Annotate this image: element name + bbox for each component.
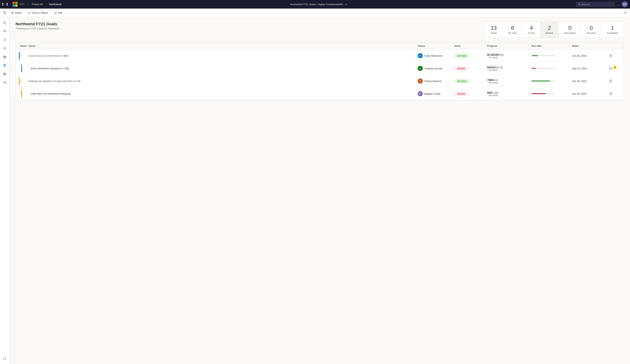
value-target: /1M: [494, 79, 498, 82]
stat-card-behind[interactable]: 2 Behind: [540, 22, 558, 37]
stat-card-completed[interactable]: 1 Completed: [601, 22, 624, 37]
main-content: Northwind FY21 Goals Tracking our FY21 G…: [9, 17, 630, 364]
nav-sep-2: |: [46, 3, 46, 6]
owner-cell: CN Carly Newsome: [418, 53, 453, 58]
svg-rect-31: [610, 67, 612, 70]
apps-grid-icon[interactable]: [2, 3, 10, 5]
top-navigation: DXT | Power BI | Northwind Northwind FY2…: [0, 0, 630, 8]
progress-cell: [532, 55, 570, 56]
sidebar-recents-icon[interactable]: [1, 36, 8, 44]
notes-icon[interactable]: [609, 92, 612, 95]
due-date-cell: Jun 30, 2021: [572, 92, 600, 95]
powerbi-brand: Power BI: [32, 3, 43, 6]
progress-bar-fill: [532, 93, 546, 94]
search-input[interactable]: [582, 3, 613, 6]
user-avatar[interactable]: NW: [622, 1, 628, 7]
table-row[interactable]: 150K MAU for Northwind Enterprise BC Bog…: [16, 87, 624, 100]
table-rows: ▾ Grow revenue for Northwind to $6M CN C…: [16, 49, 624, 100]
status-cell: Behind: [454, 92, 486, 95]
progress-bar-wrap: [532, 68, 555, 69]
stat-cards-row: 13 Goals6 On track4 At risk2 Behind0 Not…: [485, 22, 624, 38]
svg-rect-21: [5, 73, 6, 74]
main-layout: Northwind FY21 Goals Tracking our FY21 G…: [0, 17, 630, 364]
notes-icon[interactable]: [609, 54, 612, 57]
progress-bar-fill: [532, 55, 538, 56]
sidebar-people-icon[interactable]: [1, 79, 8, 86]
sidebar-create-icon[interactable]: [1, 44, 8, 52]
svg-rect-16: [3, 58, 6, 58]
value-main: 92K/150K: [487, 91, 530, 94]
value-main: 780K/1M: [487, 78, 530, 82]
share-button[interactable]: Share: [9, 10, 23, 15]
notes-cell[interactable]: [601, 54, 620, 57]
more-options-button[interactable]: ...: [617, 2, 620, 6]
page-header: Northwind FY21 Goals Tracking our FY21 G…: [16, 22, 624, 38]
row-indicator: [21, 90, 22, 98]
stat-label: Behind: [546, 32, 553, 34]
stat-card-on-track[interactable]: 6 On track: [503, 22, 522, 37]
sidebar-goals-icon[interactable]: [1, 61, 8, 69]
svg-point-0: [578, 3, 580, 5]
value-change: ↑ 0% WoW: [487, 94, 530, 97]
stat-card-not-started[interactable]: 0 Not started: [559, 22, 581, 37]
stat-number: 13: [491, 25, 497, 30]
notes-column-header: Notes: [572, 45, 600, 47]
search-box[interactable]: [576, 2, 615, 7]
owner-name: Carly Newsome: [424, 54, 442, 57]
status-badge: Behind: [454, 66, 468, 71]
notes-icon[interactable]: [609, 79, 612, 83]
stat-card-at-risk[interactable]: 4 At risk: [522, 22, 540, 37]
svg-rect-35: [610, 80, 612, 82]
stat-card-goals[interactable]: 13 Goals: [485, 22, 502, 37]
filter-icon-header[interactable]: Name: [19, 45, 27, 47]
doc-title-chevron[interactable]: ▾: [346, 3, 347, 6]
status-cell: On track: [454, 54, 486, 57]
svg-line-26: [5, 357, 6, 359]
stat-label: On track: [508, 32, 517, 34]
value-cell: $1.601M/$6M ↑ 0% WoW: [487, 53, 530, 59]
chat-teams-button[interactable]: Chat in Teams: [26, 10, 50, 15]
owner-avatar: JL: [418, 66, 423, 71]
value-change: ↑ 0% WoW: [487, 82, 530, 84]
hamburger-menu-icon[interactable]: ☰: [3, 11, 6, 15]
edit-button[interactable]: Edit: [53, 10, 64, 15]
notes-icon[interactable]: [609, 67, 612, 70]
refresh-icon[interactable]: ↻: [624, 11, 627, 14]
expand-btn[interactable]: ▾: [20, 80, 24, 82]
table-row[interactable]: ▾ Grow revenue for Northwind to $6M CN C…: [16, 49, 624, 62]
notes-cell[interactable]: [601, 79, 620, 83]
sidebar-apps-icon[interactable]: [1, 70, 8, 78]
due-date-cell: Sep 11, 2021: [572, 67, 600, 70]
sidebar-external-icon[interactable]: [1, 355, 8, 363]
svg-point-24: [4, 82, 5, 83]
expand-btn[interactable]: ▾: [20, 55, 24, 57]
stat-card-overdue[interactable]: 0 Overdue: [581, 22, 601, 37]
svg-point-19: [4, 65, 5, 66]
duedate-column-header: Due date: [532, 45, 570, 47]
value-amount: $1.601M: [487, 53, 498, 56]
owner-name: Bogdan Crivat: [424, 92, 440, 95]
sidebar-home-icon[interactable]: [1, 19, 8, 26]
owner-column-header: Owner: [28, 45, 416, 47]
teams-icon: [28, 11, 30, 14]
owner-avatar: SS: [418, 78, 423, 83]
chat-teams-label: Chat in Teams: [32, 11, 48, 14]
table-row[interactable]: Grow Northwind Standard to 2.5M JL Justy…: [16, 62, 624, 75]
svg-rect-27: [610, 54, 612, 57]
value-change: ↑ 0% MoM: [487, 69, 530, 71]
goal-name-cell: Grow Northwind Standard to 2.5M: [30, 67, 416, 70]
table-row[interactable]: ▾ Widespread adoption through total MAU …: [16, 75, 624, 87]
svg-rect-39: [610, 92, 612, 95]
goal-name: Grow Northwind Standard to 2.5M: [30, 67, 69, 70]
notes-cell[interactable]: [601, 92, 620, 95]
goal-name: Widespread adoption through total MAU of…: [28, 80, 80, 83]
sidebar-favorites-icon[interactable]: [1, 27, 8, 35]
value-main: $451K/$2.5M: [487, 66, 530, 69]
notes-cell[interactable]: 2: [601, 67, 620, 70]
value-change: ↑ 0% WoW: [487, 56, 530, 59]
share-icon: [11, 11, 14, 14]
sidebar-browse-icon[interactable]: [1, 53, 8, 61]
value-amount: 92K: [487, 91, 492, 94]
svg-point-2: [13, 11, 14, 12]
status-column-header: Status: [418, 45, 453, 47]
